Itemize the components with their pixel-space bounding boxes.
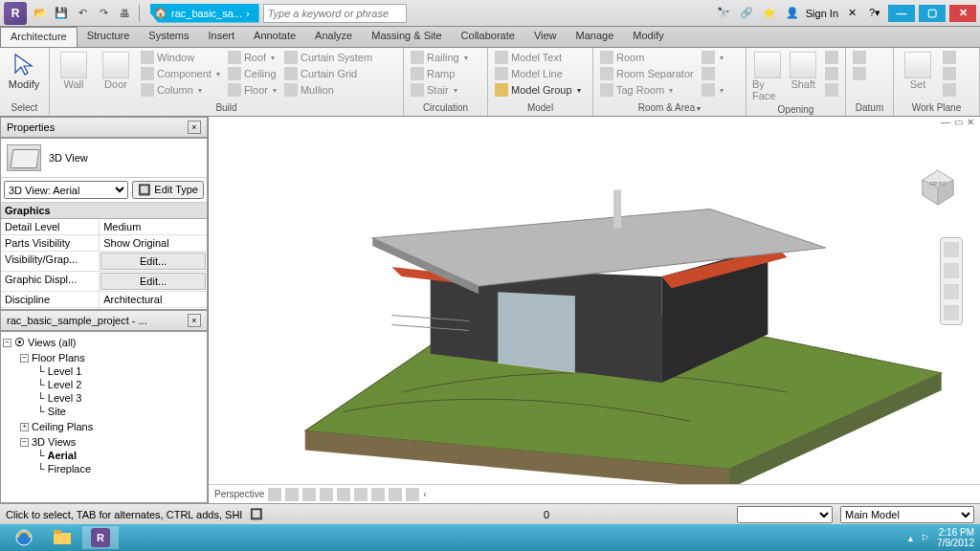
model-text-button[interactable]: Model Text [492,50,584,65]
tab-analyze[interactable]: Analyze [305,27,362,47]
redo-icon[interactable]: ↷ [94,4,113,23]
tray-up-icon[interactable]: ▴ [908,533,913,543]
component-button[interactable]: Component [138,66,223,81]
revit-task-icon[interactable]: R [82,526,119,549]
tree-item[interactable]: └ Level 1 [37,365,81,377]
door-button[interactable]: Door [96,50,136,92]
properties-header[interactable]: Properties × [0,117,208,138]
area-dd1[interactable] [699,50,726,65]
window-button[interactable]: Window [138,50,223,65]
vp-max-icon[interactable]: ▭ [954,117,963,132]
tab-collaborate[interactable]: Collaborate [452,27,524,47]
tab-structure[interactable]: Structure [78,27,140,47]
explorer-icon[interactable] [44,526,80,549]
render-icon[interactable] [354,488,368,501]
search-input[interactable] [263,4,407,23]
tree-ceilingplans[interactable]: +Ceiling Plans [20,421,93,432]
floor-button[interactable]: Floor [225,82,279,98]
tree-item[interactable]: └ Site [37,406,66,417]
visual-style-icon[interactable] [302,488,316,501]
panel-title-room-area[interactable]: Room & Area [597,101,742,114]
plus-icon[interactable]: + [20,423,29,431]
model-line-button[interactable]: Model Line [492,66,584,81]
type-selector[interactable]: 3D View [1,139,207,178]
minus-icon[interactable]: − [20,438,29,447]
crop-show-icon[interactable] [389,488,402,501]
mullion-button[interactable]: Mullion [281,82,375,98]
design-options-dropdown[interactable]: Main Model [840,506,974,523]
star-icon[interactable]: ⭐ [760,4,779,23]
properties-close-icon[interactable]: × [188,121,201,134]
favorite-icon[interactable]: ✕ [842,4,861,23]
modify-button[interactable]: Modify [4,50,44,92]
property-value[interactable]: Show Original [100,235,207,251]
view-mode-label[interactable]: Perspective [214,489,264,499]
ie-icon[interactable] [6,526,42,549]
tab-view[interactable]: View [524,27,567,47]
tree-item[interactable]: └ Level 2 [37,379,81,390]
worksets-dropdown[interactable] [737,506,833,523]
flag-icon[interactable]: ⚐ [921,533,929,543]
property-row[interactable]: DisciplineArchitectural [1,292,207,308]
close-button[interactable]: ✕ [949,5,976,22]
viewer-button[interactable] [940,82,959,98]
ref-plane-button[interactable] [940,66,959,81]
curtain-system-button[interactable]: Curtain System [281,50,375,65]
zoom-icon[interactable] [944,284,959,299]
help-icon[interactable]: ?▾ [865,4,884,23]
group-header-graphics[interactable]: Graphics [1,203,207,219]
signin-button[interactable]: Sign In [806,8,838,19]
room-separator-button[interactable]: Room Separator [597,66,697,81]
by-face-button[interactable]: By Face [750,50,785,103]
pan-icon[interactable] [944,263,959,278]
search-box[interactable] [263,4,407,23]
railing-button[interactable]: Railing [408,50,471,65]
tree-item[interactable]: └ Level 3 [37,392,81,404]
area-dd2[interactable] [699,66,726,81]
tab-insert[interactable]: Insert [199,27,245,47]
crop-icon[interactable] [371,488,385,501]
browser-close-icon[interactable]: × [188,314,201,327]
print-icon[interactable]: 🖶 [115,4,134,23]
property-value[interactable]: Edit... [100,273,206,290]
vp-min-icon[interactable]: — [941,117,950,132]
windows-taskbar[interactable]: R ▴ ⚐ 2:16 PM 7/9/2012 [0,524,980,551]
status-icon[interactable]: 🔲 [250,508,263,520]
orbit-icon[interactable] [944,305,959,320]
save-icon[interactable]: 💾 [52,4,71,23]
tab-systems[interactable]: Systems [139,27,198,47]
tree-root[interactable]: −⦿ Views (all) [3,337,77,348]
tree-3dviews[interactable]: −3D Views [20,436,76,448]
steering-wheel-icon[interactable] [944,242,959,257]
minimize-button[interactable]: — [888,5,915,22]
more-icon[interactable]: ‹ [423,489,426,499]
level-button[interactable] [850,50,869,65]
sun-icon[interactable] [320,488,333,501]
ceiling-button[interactable]: Ceiling [225,66,279,81]
property-row[interactable]: Visibility/Grap...Edit... [1,252,207,272]
ramp-button[interactable]: Ramp [408,66,471,81]
property-value[interactable]: Edit... [100,253,206,270]
show-button[interactable] [940,50,959,65]
clock[interactable]: 2:16 PM 7/9/2012 [937,527,974,548]
browser-header[interactable]: rac_basic_sample_project - ... × [0,310,208,331]
wall-opening-button[interactable] [822,50,841,65]
minus-icon[interactable]: − [3,339,11,347]
property-value[interactable]: Architectural [100,292,207,307]
shadows-icon[interactable] [337,488,350,501]
tab-architecture[interactable]: Architecture [0,27,78,47]
view-selector[interactable]: 3D View: Aerial [4,181,128,199]
undo-icon[interactable]: ↶ [73,4,92,23]
app-icon[interactable]: R [4,2,27,25]
edit-type-button[interactable]: 🔲 Edit Type [132,181,204,199]
minus-icon[interactable]: − [20,354,29,363]
navigation-bar[interactable] [940,237,963,325]
roof-button[interactable]: Roof [225,50,279,65]
user-icon[interactable]: 👤 [783,4,802,23]
detail-icon[interactable] [285,488,299,501]
column-button[interactable]: Column [138,82,223,98]
property-row[interactable]: Parts VisibilityShow Original [1,235,207,252]
vp-close-icon[interactable]: ✕ [967,117,974,132]
room-button[interactable]: Room [597,50,697,65]
tab-modify[interactable]: Modify [623,27,673,47]
